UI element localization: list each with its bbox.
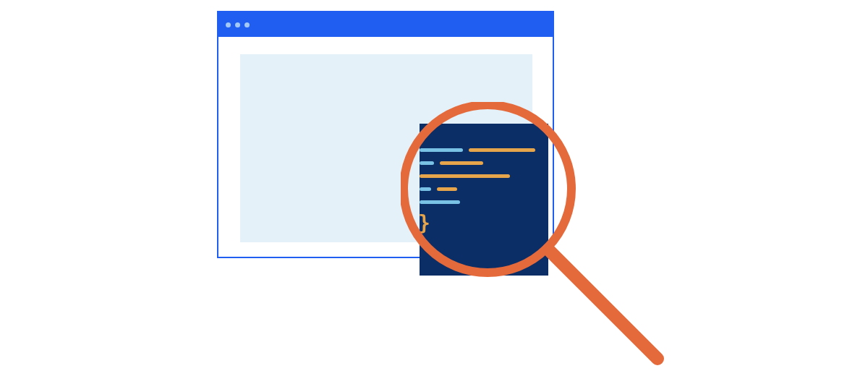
code-line <box>420 174 548 178</box>
code-token <box>420 174 510 178</box>
code-token <box>420 200 460 204</box>
traffic-light-icon <box>226 22 231 27</box>
code-line <box>420 161 548 165</box>
code-token <box>469 148 535 152</box>
code-line <box>420 187 548 191</box>
code-lines: } <box>420 148 548 234</box>
illustration-stage: } <box>217 11 651 365</box>
code-token <box>420 148 463 152</box>
traffic-light-icon <box>235 22 240 27</box>
code-token <box>420 161 434 165</box>
traffic-light-icon <box>244 22 250 27</box>
code-line <box>420 148 548 152</box>
code-editor-panel: } <box>420 124 548 276</box>
code-token <box>437 187 457 191</box>
code-token <box>440 161 483 165</box>
window-titlebar <box>218 12 553 37</box>
closing-brace: } <box>418 213 548 234</box>
code-token <box>420 187 431 191</box>
code-line <box>420 200 548 204</box>
svg-line-2 <box>548 250 658 359</box>
